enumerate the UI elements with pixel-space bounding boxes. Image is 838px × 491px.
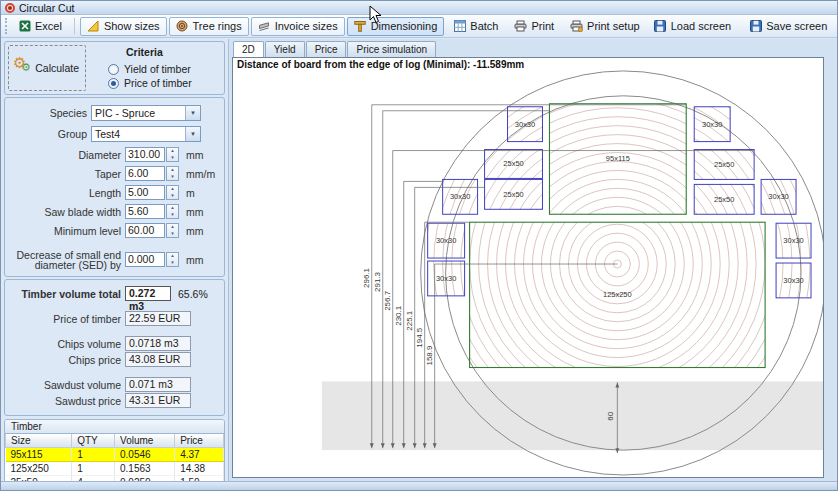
species-label: Species — [7, 107, 91, 119]
dimension-value: 225.1 — [405, 310, 414, 330]
board-label: 25x50 — [503, 190, 523, 199]
floppy-icon — [749, 20, 762, 33]
toolbar-button-invoice-sizes[interactable]: Invoice sizes — [251, 17, 345, 36]
toolbar-button-show-sizes[interactable]: Show sizes — [80, 17, 167, 36]
spin-down-icon[interactable]: ▼ — [167, 231, 178, 238]
board-30x30-11[interactable]: 30x30 — [761, 179, 796, 214]
toolbar-button-load-screen[interactable]: Load screen — [647, 17, 739, 36]
main-panel: 2DYieldPricePrice simulation Distance of… — [229, 39, 837, 481]
param-row-3: Saw blade width5.60▲▼mm — [7, 203, 218, 220]
param-row-0: Diameter310.00▲▼mm — [7, 146, 218, 163]
toolbar-button-dimensioning[interactable]: Dimensioning — [347, 17, 445, 36]
tab-price-simulation[interactable]: Price simulation — [347, 41, 436, 57]
toolbar-button-batch[interactable]: Batch — [446, 17, 505, 36]
calculate-button[interactable]: ⚙⚙ Calculate — [8, 45, 86, 91]
column-header-volume[interactable]: Volume — [115, 434, 175, 448]
timber-volume-row: Timber volume total 0.272 m3 65.6% — [7, 286, 218, 301]
dimension-value: 158.9 — [425, 345, 434, 365]
param-label: Minimum level — [7, 225, 125, 237]
toolbar-label-load-screen: Load screen — [671, 20, 732, 32]
toolbar-label-tree-rings: Tree rings — [193, 20, 242, 32]
quantity-stepper[interactable]: ▲▼ — [166, 185, 179, 200]
board-125x250-1[interactable]: 125x250 — [470, 222, 765, 367]
quantity-stepper[interactable]: ▲▼ — [166, 166, 179, 181]
table-row-125x250[interactable]: 125x25010.156314.38 — [6, 462, 224, 476]
criteria-option-1[interactable]: Price of timber — [108, 77, 192, 89]
main-toolbar: ExcelShow sizesTree ringsInvoice sizesDi… — [1, 15, 837, 38]
column-header-price[interactable]: Price — [175, 434, 224, 448]
spin-down-icon[interactable]: ▼ — [167, 212, 178, 219]
dimension-value: 256.7 — [383, 290, 392, 310]
param-unit: mm/m — [186, 168, 215, 180]
group-dropdown[interactable]: Test4 ▼ — [91, 126, 201, 142]
total-value: 43.31 EUR — [125, 393, 191, 408]
param-unit: mm — [186, 206, 204, 218]
spin-down-icon[interactable]: ▼ — [167, 174, 178, 181]
param-input[interactable]: 6.00 — [125, 166, 165, 181]
ground-band — [322, 381, 823, 450]
column-header-qty[interactable]: QTY — [72, 434, 115, 448]
floppy-icon — [654, 20, 667, 33]
quantity-stepper[interactable]: ▲▼ — [166, 204, 179, 219]
dimensioning-icon — [354, 20, 367, 33]
species-dropdown[interactable]: PIC - Spruce ▼ — [91, 105, 201, 121]
table-row-95x115[interactable]: 95x11510.05464.37 — [6, 448, 224, 462]
table-cell: 1 — [72, 462, 115, 476]
excel-icon — [18, 20, 31, 33]
toolbar-button-save-screen[interactable]: Save screen — [742, 17, 834, 36]
total-label: Chips volume — [7, 338, 125, 350]
print-icon — [514, 20, 527, 33]
yield-percent: 65.6% — [178, 288, 208, 300]
board-label: 30x30 — [436, 274, 456, 283]
tab-price[interactable]: Price — [306, 41, 347, 57]
invoice-sizes-icon — [258, 20, 271, 33]
param-input[interactable]: 0.000 — [125, 252, 165, 267]
total-row-0: Price of timber22.59 EUR — [7, 311, 218, 326]
status-bar — [1, 481, 837, 490]
radio-icon[interactable] — [108, 78, 119, 89]
app-window: Circular Cut ExcelShow sizesTree ringsIn… — [0, 0, 838, 491]
board-30x30-8[interactable]: 30x30 — [694, 107, 730, 142]
spin-down-icon[interactable]: ▼ — [167, 193, 178, 200]
param-unit: mm — [186, 149, 204, 161]
board-label: 95x115 — [606, 155, 630, 164]
quantity-stepper[interactable]: ▲▼ — [166, 147, 179, 162]
quantity-stepper[interactable]: ▲▼ — [166, 223, 179, 238]
column-header-size[interactable]: Size — [6, 434, 72, 448]
toolbar-button-excel[interactable]: Excel — [11, 17, 69, 36]
param-input[interactable]: 60.00 — [125, 223, 165, 238]
board-25x50-9[interactable]: 25x50 — [694, 150, 754, 180]
board-95x115-0[interactable]: 95x115 — [549, 104, 686, 214]
toolbar-button-tree-rings[interactable]: Tree rings — [169, 17, 249, 36]
group-value: Test4 — [92, 127, 185, 141]
title-bar: Circular Cut — [1, 1, 837, 15]
dimension-value: 230.1 — [394, 305, 403, 325]
tab-2d[interactable]: 2D — [233, 41, 264, 57]
board-label: 30x30 — [436, 236, 456, 245]
param-input[interactable]: 5.60 — [125, 204, 165, 219]
total-value: 0.071 m3 — [125, 377, 191, 392]
total-value: 22.59 EUR — [125, 311, 191, 326]
dimension-value: 291.3 — [373, 271, 382, 291]
param-input[interactable]: 5.00 — [125, 185, 165, 200]
toolbar-button-print[interactable]: Print — [507, 17, 561, 36]
board-30x30-13[interactable]: 30x30 — [776, 263, 811, 298]
tree-rings-icon — [176, 20, 189, 33]
param-row-2: Length5.00▲▼m — [7, 184, 218, 201]
param-unit: mm — [186, 225, 204, 237]
toolbar-button-print-setup[interactable]: Print setup — [563, 17, 647, 36]
settings-panel: ⚙⚙ Calculate Criteria Yield of timberPri… — [1, 39, 229, 481]
total-label: Chips price — [7, 354, 125, 366]
drawing-canvas: Distance of board from the edge of log (… — [232, 57, 824, 478]
spin-down-icon[interactable]: ▼ — [167, 260, 178, 267]
board-label: 125x250 — [603, 290, 632, 299]
toolbar-separator — [74, 18, 75, 34]
radio-icon[interactable] — [108, 64, 119, 75]
quantity-stepper[interactable]: ▲▼ — [166, 252, 179, 267]
criteria-option-0[interactable]: Yield of timber — [108, 63, 192, 75]
spin-down-icon[interactable]: ▼ — [167, 155, 178, 162]
tab-yield[interactable]: Yield — [265, 41, 305, 57]
param-input[interactable]: 310.00 — [125, 147, 165, 162]
board-label: 30x30 — [768, 192, 788, 201]
group-label: Group — [7, 128, 91, 140]
